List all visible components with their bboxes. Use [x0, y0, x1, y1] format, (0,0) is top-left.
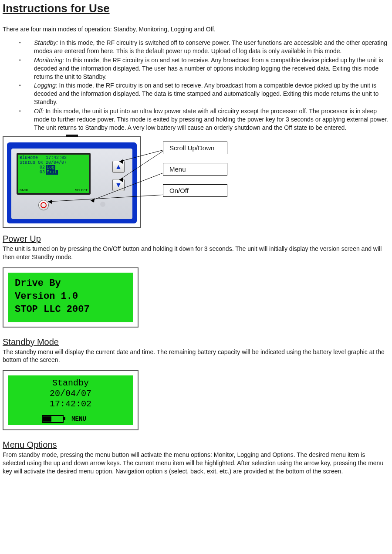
lcd-line: Version 1.0	[15, 290, 126, 303]
version-screen-figure: Drive By Version 1.0 STOP LLC 2007	[3, 267, 139, 328]
power-up-text: The unit is turned on by pressing the On…	[3, 245, 389, 261]
lcd-line: Drive By	[15, 277, 126, 290]
lcd-softkey-back: BACK	[20, 188, 28, 193]
lcd-frame: BluHome 17:42:02 Status OK 20/04/07 02Lo…	[17, 153, 91, 195]
list-item: Standby: In this mode, the RF circuitry …	[3, 39, 389, 55]
device-face: BluHome 17:42:02 Status OK 20/04/07 02Lo…	[11, 149, 132, 219]
mode-name: Monitoring:	[34, 57, 64, 64]
battery-icon	[42, 415, 64, 423]
scroll-down-button[interactable]: ▼	[112, 179, 125, 191]
standby-screen: Standby 20/04/07 17:42:02 MENU	[8, 375, 133, 425]
lcd-line: STOP LLC 2007	[15, 303, 126, 316]
mode-desc: In this mode, the RF circuitry is on and…	[34, 82, 378, 105]
mode-desc: In this mode, the RF circuitry is on and…	[34, 57, 383, 80]
mode-name: Standby:	[34, 39, 58, 46]
scroll-up-button[interactable]: ▲	[112, 161, 125, 173]
mode-name: Off:	[34, 108, 44, 115]
lcd-screen: BluHome 17:42:02 Status OK 20/04/07 02Lo…	[18, 155, 89, 193]
page-title: Instructions for Use	[3, 2, 389, 15]
lcd-softkey-menu: MENU	[71, 414, 86, 424]
list-item: Off: In this mode, the unit is put into …	[3, 107, 389, 132]
list-item: Monitoring: In this mode, the RF circuit…	[3, 56, 389, 81]
standby-text: The standby menu will display the curren…	[3, 348, 389, 365]
lcd-line: Standby	[14, 378, 127, 388]
notch-icon	[66, 135, 78, 137]
lcd-softkey-select: SELECT	[75, 188, 88, 193]
label-scroll: Scroll Up/Down	[163, 142, 227, 154]
power-up-heading: Power Up	[3, 234, 389, 244]
standby-screen-figure: Standby 20/04/07 17:42:02 MENU	[3, 370, 139, 430]
label-menu: Menu	[163, 163, 227, 176]
lcd-highlight: Exit	[46, 170, 58, 175]
lcd-text: 02	[40, 165, 45, 170]
lcd-text: BluHome	[20, 155, 38, 160]
intro-text: There are four main modes of operation: …	[3, 26, 389, 33]
list-item: Logging: In this mode, the RF circuitry …	[3, 81, 389, 106]
label-onoff: On/Off	[163, 184, 227, 197]
device-illustration: BluHome 17:42:02 Status OK 20/04/07 02Lo…	[3, 136, 141, 228]
arrow-down-icon: ▼	[115, 181, 122, 189]
lcd-text: 03	[40, 170, 45, 175]
mode-desc: In this mode, the unit is put into an ul…	[34, 108, 388, 131]
diagram-labels: Scroll Up/Down Menu On/Off	[163, 136, 227, 197]
arrow-up-icon: ▲	[115, 163, 122, 171]
menu-button[interactable]	[100, 202, 105, 207]
mode-list: Standby: In this mode, the RF circuitry …	[3, 39, 389, 132]
mode-name: Logging:	[34, 82, 57, 89]
device-diagram: BluHome 17:42:02 Status OK 20/04/07 02Lo…	[3, 136, 389, 228]
lcd-line: 20/04/07	[14, 388, 127, 399]
lcd-text: Status OK	[20, 160, 43, 165]
on-off-button[interactable]	[38, 200, 49, 210]
lcd-text: 20/04/07	[46, 160, 67, 165]
menu-options-text: From standby mode, pressing the menu but…	[3, 451, 389, 476]
menu-options-heading: Menu Options	[3, 440, 389, 450]
lcd-line: 17:42:02	[14, 399, 127, 409]
standby-heading: Standby Mode	[3, 337, 389, 347]
lcd-highlight: Log	[46, 165, 55, 170]
lcd-text: 17:42:02	[46, 155, 67, 160]
version-screen: Drive By Version 1.0 STOP LLC 2007	[8, 273, 133, 322]
mode-desc: In this mode, the RF circuitry is switch…	[34, 39, 387, 54]
power-icon	[41, 202, 47, 208]
